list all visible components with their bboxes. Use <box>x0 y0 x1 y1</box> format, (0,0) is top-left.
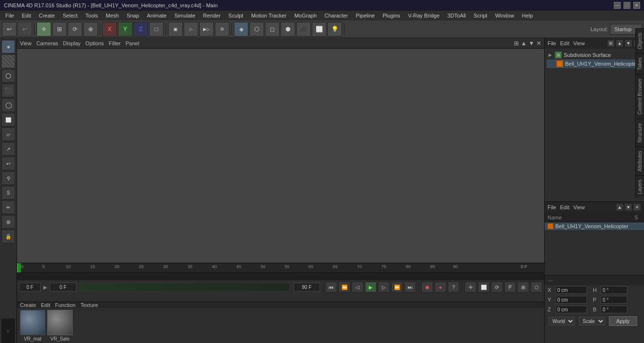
prev-keyframe-button[interactable]: ◁ <box>352 282 363 292</box>
obj-mgr-file[interactable]: File <box>548 40 556 46</box>
viewport-menu-cameras[interactable]: Cameras <box>37 40 58 46</box>
param-button[interactable]: P <box>504 282 516 292</box>
sidebar-sphere[interactable]: ◯ <box>1 98 15 112</box>
material-item-vr-mat[interactable]: VR_mat <box>20 310 45 342</box>
menu-help[interactable]: Help <box>519 12 537 19</box>
menu-file[interactable]: File <box>2 12 18 19</box>
obj-list-view[interactable]: View <box>573 204 585 210</box>
keyframe-button[interactable]: ? <box>448 282 459 292</box>
attr-h-input[interactable] <box>601 286 627 294</box>
menu-sculpt[interactable]: Sculpt <box>225 12 247 19</box>
close-button[interactable]: ✕ <box>633 2 640 9</box>
menu-tools[interactable]: Tools <box>82 12 101 19</box>
menu-mograph[interactable]: MoGraph <box>291 12 320 19</box>
rotate-tool-button[interactable]: ⟳ <box>68 22 82 36</box>
menu-3dtoall[interactable]: 3DToAll <box>444 12 469 19</box>
tex-mode-button[interactable]: ⬜ <box>312 22 326 36</box>
viewport-icon-down[interactable]: ▼ <box>529 40 534 47</box>
obj-list-icon1[interactable]: ▲ <box>616 203 624 211</box>
obj-tree-item-helicopter[interactable]: □ Bell_UH1Y_Venom_Helicopter <box>547 59 642 68</box>
sidebar-bend[interactable]: ↩ <box>1 157 15 170</box>
sidebar-obj-mode[interactable]: ◈ <box>1 40 15 54</box>
attr-x-input[interactable] <box>555 286 587 294</box>
menu-motion-tracker[interactable]: Motion Tracker <box>247 12 290 19</box>
next-keyframe-button[interactable]: ⏩ <box>391 282 403 292</box>
obj-mode-button[interactable]: ◈ <box>234 22 248 36</box>
sidebar-lock[interactable]: 🔒 <box>1 230 15 243</box>
x-axis-button[interactable]: X <box>102 22 117 36</box>
tl-expand-button[interactable]: ⬡ <box>530 282 542 292</box>
next-frame-button[interactable]: ▷ <box>378 282 390 292</box>
motion-path-button[interactable]: ✛ <box>465 282 476 292</box>
obj-list-edit[interactable]: Edit <box>560 204 569 210</box>
viewport-menu-view[interactable]: View <box>20 40 32 46</box>
current-frame-input[interactable] <box>19 283 41 291</box>
material-item-vr-salo[interactable]: VR_Salo <box>47 310 73 342</box>
viewport-menu-options[interactable]: Options <box>85 40 104 46</box>
end-frame-input[interactable] <box>293 283 320 291</box>
play-button[interactable]: ▶ <box>365 282 377 292</box>
render-settings-button[interactable]: ⚙ <box>215 22 229 36</box>
menu-window[interactable]: Window <box>492 12 517 19</box>
timeline-options-button[interactable]: ⬜ <box>478 282 490 292</box>
attr-y-input[interactable] <box>555 296 587 304</box>
viewport-icon-close[interactable]: ✕ <box>536 40 541 47</box>
menu-character[interactable]: Character <box>321 12 351 19</box>
menu-mesh[interactable]: Mesh <box>102 12 122 19</box>
obj-list-file[interactable]: File <box>548 204 556 210</box>
viewport-menu-panel[interactable]: Panel <box>126 40 139 46</box>
obj-mgr-icon2[interactable]: ▲ <box>616 39 624 47</box>
material-menu-create[interactable]: Create <box>20 302 36 308</box>
obj-tree-item-subdivision[interactable]: ▶ ⊞ Subdivision Surface ● <box>547 51 642 59</box>
obj-mgr-view[interactable]: View <box>573 40 585 46</box>
menu-select[interactable]: Select <box>59 12 81 19</box>
uvw-mode-button[interactable]: ⬛ <box>296 22 311 36</box>
start-frame-input[interactable] <box>50 283 76 291</box>
maximize-button[interactable]: □ <box>624 2 630 9</box>
sidebar-arrow[interactable]: ↗ <box>1 142 15 156</box>
layer-button[interactable]: ⊞ <box>517 282 529 292</box>
edge-mode-button[interactable]: ◻ <box>265 22 280 36</box>
menu-pipeline[interactable]: Pipeline <box>352 12 378 19</box>
attr-p-input[interactable] <box>601 296 627 304</box>
sidebar-tool1[interactable]: ⚲ <box>1 171 15 185</box>
menu-render[interactable]: Render <box>200 12 224 19</box>
sidebar-paint[interactable]: ✏ <box>1 200 15 214</box>
scale-dropdown[interactable]: Scale <box>579 317 605 325</box>
menu-vray-bridge[interactable]: V-Ray Bridge <box>405 12 443 19</box>
world-button[interactable]: □ <box>149 22 164 36</box>
timeline-scrub-bar[interactable] <box>80 283 290 291</box>
z-axis-button[interactable]: Z <box>133 22 148 36</box>
sidebar-tool2[interactable]: S <box>1 186 15 199</box>
auto-keyframe-button[interactable]: ● <box>435 282 446 292</box>
sidebar-checker[interactable] <box>1 54 15 68</box>
timeline-track-area[interactable] <box>17 273 544 280</box>
menu-script[interactable]: Script <box>470 12 491 19</box>
right-tab-content-browser[interactable]: Content Browser <box>636 74 644 118</box>
record-button[interactable]: ⏺ <box>421 282 433 292</box>
render-to-po-button[interactable]: ▶▷ <box>199 22 214 36</box>
obj-list-icon2[interactable]: ▼ <box>625 203 632 211</box>
viewport-icon-up[interactable]: ▲ <box>521 40 527 47</box>
undo-button[interactable]: ↩ <box>2 22 17 36</box>
right-tab-takes[interactable]: Takes <box>636 53 644 74</box>
sidebar-cylinder[interactable]: ⬜ <box>1 113 15 126</box>
right-tab-objects[interactable]: Objects <box>636 28 644 53</box>
world-dropdown[interactable]: World <box>549 317 575 325</box>
right-tab-attributes[interactable]: Attributes <box>636 146 644 175</box>
vertex-mode-button[interactable]: ⬡ <box>249 22 264 36</box>
menu-plugins[interactable]: Plugins <box>379 12 403 19</box>
right-tab-layers[interactable]: Layers <box>636 175 644 198</box>
render-view-button[interactable]: ▷ <box>184 22 198 36</box>
scale-tool-button[interactable]: ⊞ <box>52 22 67 36</box>
obj-mgr-icon3[interactable]: ▼ <box>625 39 632 47</box>
viewport-menu-display[interactable]: Display <box>63 40 80 46</box>
attr-z-input[interactable] <box>555 306 587 313</box>
render-region-button[interactable]: ▣ <box>168 22 183 36</box>
obj-list-icon3[interactable]: ✕ <box>633 203 641 211</box>
y-axis-button[interactable]: Y <box>118 22 133 36</box>
fcurve-button[interactable]: ⟳ <box>491 282 503 292</box>
go-to-end-button[interactable]: ⏭ <box>404 282 416 292</box>
redo-button[interactable]: ↩ <box>18 22 32 36</box>
obj-mgr-icon1[interactable]: ⊞ <box>607 39 615 47</box>
